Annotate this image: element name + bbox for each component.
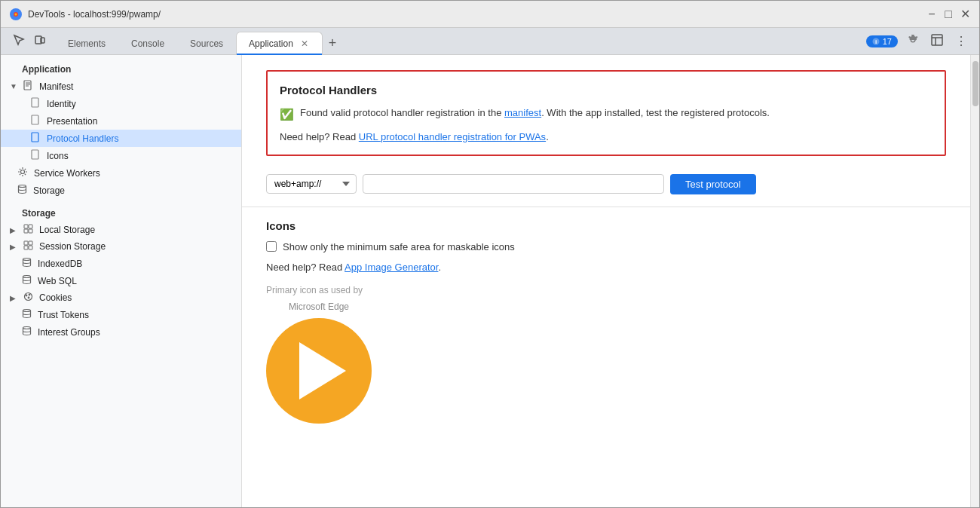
identity-file-icon bbox=[31, 97, 41, 110]
maskable-icons-checkbox[interactable] bbox=[266, 241, 277, 252]
tab-console-label: Console bbox=[131, 38, 164, 49]
settings-button[interactable] bbox=[904, 31, 922, 52]
protocol-input-row: web+amp:// Test protocol bbox=[266, 174, 946, 194]
icons-file-icon bbox=[31, 149, 41, 162]
sidebar-item-identity[interactable]: Identity bbox=[1, 95, 241, 112]
local-storage-grid-icon bbox=[23, 224, 33, 236]
cookies-icon bbox=[23, 292, 33, 304]
sidebar-item-presentation[interactable]: Presentation bbox=[1, 112, 241, 130]
svg-point-29 bbox=[23, 276, 31, 278]
icons-title: Icons bbox=[266, 219, 946, 232]
edge-label: Microsoft Edge bbox=[266, 301, 372, 312]
local-storage-label: Local Storage bbox=[39, 225, 235, 235]
protocol-select[interactable]: web+amp:// bbox=[266, 174, 357, 194]
test-protocol-button[interactable]: Test protocol bbox=[670, 174, 756, 194]
tab-sources[interactable]: Sources bbox=[177, 32, 236, 54]
sidebar-item-interest-groups[interactable]: Interest Groups bbox=[1, 323, 241, 341]
close-button[interactable]: ✕ bbox=[960, 9, 970, 20]
success-message: ✅ Found valid protocol handler registrat… bbox=[280, 106, 933, 124]
success-text: Found valid protocol handler registratio… bbox=[300, 106, 770, 121]
add-tab-button[interactable]: + bbox=[323, 32, 343, 54]
sidebar-item-protocol-handlers[interactable]: Protocol Handlers bbox=[1, 130, 241, 147]
protocol-help-text: Need help? Read URL protocol handler reg… bbox=[280, 131, 933, 142]
tab-application-label: Application bbox=[249, 38, 293, 49]
tab-application-close[interactable]: ✕ bbox=[299, 38, 310, 49]
sidebar-section-application: Application bbox=[1, 61, 241, 78]
sidebar-item-indexeddb[interactable]: IndexedDB bbox=[1, 255, 241, 272]
more-button[interactable]: ⋮ bbox=[952, 31, 970, 51]
sidebar-item-local-storage[interactable]: ▶ Local Storage bbox=[1, 222, 241, 238]
icon-preview-area: Primary icon as used by Microsoft Edge bbox=[266, 285, 946, 424]
main-content: Protocol Handlers ✅ Found valid protocol… bbox=[242, 55, 970, 507]
tab-console[interactable]: Console bbox=[118, 32, 177, 54]
tab-application[interactable]: Application ✕ bbox=[236, 32, 323, 54]
tab-tools: i 17 ⋮ bbox=[860, 28, 976, 54]
svg-rect-4 bbox=[41, 38, 44, 43]
app-image-generator-link[interactable]: App Image Generator bbox=[345, 262, 438, 273]
primary-icon-label: Primary icon as used by bbox=[266, 285, 946, 295]
maximize-button[interactable]: □ bbox=[943, 9, 954, 20]
application-section-label: Application bbox=[16, 64, 71, 75]
sidebar-item-trust-tokens[interactable]: Trust Tokens bbox=[1, 306, 241, 323]
svg-point-28 bbox=[23, 259, 31, 261]
info-icon: i bbox=[872, 38, 880, 45]
sidebar-item-manifest[interactable]: ▼ Manifest bbox=[1, 78, 241, 95]
device-button[interactable] bbox=[31, 31, 49, 51]
icons-help-text: Need help? Read App Image Generator. bbox=[266, 262, 946, 273]
svg-rect-16 bbox=[32, 133, 38, 142]
icon-circle bbox=[266, 318, 372, 424]
window-title: DevTools - localhost:999/pwamp/ bbox=[28, 9, 920, 20]
inspect-button[interactable] bbox=[10, 31, 28, 51]
sidebar-item-storage[interactable]: Storage bbox=[1, 182, 241, 199]
svg-point-18 bbox=[21, 170, 25, 174]
tab-elements-label: Elements bbox=[68, 38, 106, 49]
protocol-help-link[interactable]: URL protocol handler registration for PW… bbox=[359, 131, 546, 142]
trust-tokens-label: Trust Tokens bbox=[38, 310, 235, 320]
svg-point-31 bbox=[26, 295, 27, 296]
tab-sources-label: Sources bbox=[190, 38, 223, 49]
session-storage-grid-icon bbox=[23, 240, 33, 252]
svg-point-2 bbox=[15, 13, 17, 15]
sidebar-item-service-workers[interactable]: Service Workers bbox=[1, 164, 241, 182]
sidebar-item-cookies[interactable]: ▶ Cookies bbox=[1, 289, 241, 306]
local-storage-arrow-icon: ▶ bbox=[10, 226, 20, 234]
protocol-handlers-file-icon bbox=[31, 132, 41, 145]
dock-button[interactable] bbox=[928, 31, 946, 52]
presentation-file-icon bbox=[31, 115, 41, 127]
svg-point-34 bbox=[23, 310, 31, 312]
icons-label: Icons bbox=[47, 151, 235, 161]
manifest-label: Manifest bbox=[39, 81, 235, 92]
play-icon bbox=[299, 342, 346, 399]
interest-groups-label: Interest Groups bbox=[38, 327, 235, 338]
indexeddb-db-icon bbox=[22, 257, 32, 270]
svg-rect-10 bbox=[24, 81, 31, 90]
sidebar-section-storage: Storage bbox=[1, 205, 241, 222]
devtools-body: Application ▼ Manifest Identity Presen bbox=[1, 55, 979, 507]
tab-bar: Elements Console Sources Application ✕ +… bbox=[1, 28, 979, 55]
svg-rect-14 bbox=[32, 98, 38, 107]
service-workers-gear-icon bbox=[17, 167, 28, 179]
svg-point-30 bbox=[25, 293, 32, 301]
storage-label: Storage bbox=[33, 185, 235, 196]
svg-rect-26 bbox=[24, 246, 28, 249]
manifest-arrow-icon: ▼ bbox=[10, 82, 20, 90]
sidebar-item-icons[interactable]: Icons bbox=[1, 147, 241, 164]
trust-tokens-db-icon bbox=[22, 308, 32, 321]
svg-rect-21 bbox=[29, 225, 32, 228]
section-divider bbox=[242, 207, 970, 207]
protocol-text-input[interactable] bbox=[363, 174, 664, 194]
check-circle-icon: ✅ bbox=[280, 106, 294, 124]
tab-elements[interactable]: Elements bbox=[55, 32, 118, 54]
sidebar-item-web-sql[interactable]: Web SQL bbox=[1, 272, 241, 289]
session-storage-label: Session Storage bbox=[39, 241, 235, 252]
minimize-button[interactable]: − bbox=[926, 9, 937, 20]
main-scrollbar[interactable] bbox=[970, 55, 979, 507]
cookies-label: Cookies bbox=[39, 292, 235, 303]
main-area: Protocol Handlers ✅ Found valid protocol… bbox=[242, 55, 979, 507]
svg-rect-24 bbox=[24, 241, 28, 245]
svg-rect-27 bbox=[29, 246, 32, 249]
svg-text:i: i bbox=[875, 38, 877, 45]
manifest-link[interactable]: manifest bbox=[504, 107, 541, 118]
svg-point-33 bbox=[28, 297, 29, 298]
sidebar-item-session-storage[interactable]: ▶ Session Storage bbox=[1, 238, 241, 255]
